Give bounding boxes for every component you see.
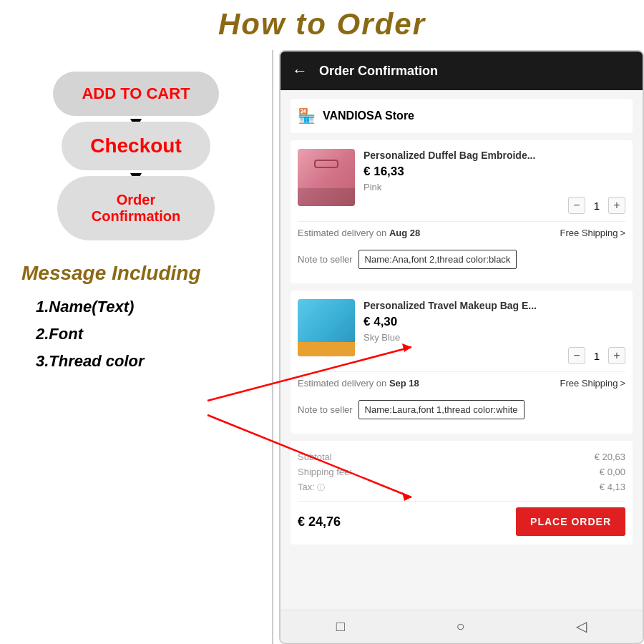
- nav-triangle-icon[interactable]: ◁: [576, 618, 587, 635]
- delivery-label-2: Estimated delivery on Sep 18: [298, 378, 419, 389]
- note-label-1: Note to seller: [298, 254, 353, 265]
- left-panel: ADD TO CART Checkout Order Confirmation …: [0, 50, 272, 644]
- product-image-2: [298, 299, 355, 356]
- message-section: Message Including 1.Name(Text) 2.Font 3.…: [0, 240, 272, 375]
- phone-header: ← Order Confirmation: [280, 52, 643, 90]
- qty-increase-1[interactable]: +: [608, 197, 625, 214]
- add-to-cart-label: ADD TO CART: [82, 84, 190, 102]
- back-button[interactable]: ←: [292, 62, 308, 80]
- shipping-label: Shipping fee:: [298, 467, 352, 477]
- qty-decrease-1[interactable]: −: [568, 197, 585, 214]
- tax-value: € 4,13: [600, 482, 625, 493]
- order-confirm-label-1: Order: [86, 192, 186, 208]
- nav-square-icon[interactable]: □: [336, 618, 345, 635]
- flow-diagram: ADD TO CART Checkout Order Confirmation: [0, 50, 272, 240]
- order-confirm-label-2: Confirmation: [86, 208, 186, 225]
- shipping-value: € 0,00: [600, 467, 625, 477]
- total-value: € 24,76: [298, 514, 341, 530]
- subtotal-row: Subtotal € 20,63: [298, 449, 625, 464]
- store-icon: 🏪: [298, 107, 316, 125]
- subtotal-value: € 20,63: [595, 452, 625, 462]
- product-image-1: [298, 149, 355, 206]
- message-item-1: 1.Name(Text): [21, 293, 272, 321]
- product-info-2: Personalized Travel Makeup Bag E... € 4,…: [364, 299, 625, 364]
- phone-screen: ← Order Confirmation 🏪 VANDIOSA Store Pe…: [279, 50, 644, 644]
- free-shipping-2[interactable]: Free Shipping >: [560, 378, 625, 389]
- total-row: € 24,76 PLACE ORDER: [298, 501, 625, 536]
- phone-content: 🏪 VANDIOSA Store Personalized Duffel Bag…: [280, 90, 643, 610]
- note-value-1[interactable]: Name:Ana,font 2,thread color:black: [358, 250, 517, 269]
- product-row-2: Personalized Travel Makeup Bag E... € 4,…: [298, 299, 625, 364]
- note-value-2[interactable]: Name:Laura,font 1,thread color:white: [358, 400, 525, 419]
- checkout-step[interactable]: Checkout: [62, 122, 210, 170]
- product-variant-1: Pink: [364, 182, 625, 192]
- qty-decrease-2[interactable]: −: [568, 347, 585, 364]
- note-label-2: Note to seller: [298, 404, 353, 415]
- add-to-cart-step[interactable]: ADD TO CART: [53, 72, 218, 116]
- product-name-2: Personalized Travel Makeup Bag E...: [364, 299, 625, 312]
- store-row: 🏪 VANDIOSA Store: [291, 99, 633, 133]
- order-confirmation-title: Order Confirmation: [319, 64, 438, 79]
- place-order-button[interactable]: PLACE ORDER: [516, 507, 625, 536]
- note-row-1: Note to seller Name:Ana,font 2,thread co…: [298, 244, 625, 275]
- checkout-label: Checkout: [90, 135, 182, 157]
- product-row-1: Personalized Duffel Bag Embroide... € 16…: [298, 149, 625, 214]
- message-title: Message Including: [21, 262, 272, 285]
- product-price-2: € 4,30: [364, 315, 625, 329]
- free-shipping-1[interactable]: Free Shipping >: [560, 228, 625, 238]
- delivery-date-1: Aug 28: [389, 228, 420, 238]
- product-price-1: € 16,33: [364, 165, 625, 179]
- nav-circle-icon[interactable]: ○: [456, 618, 464, 635]
- qty-increase-2[interactable]: +: [608, 347, 625, 364]
- summary-card: Subtotal € 20,63 Shipping fee: € 0,00 Ta…: [291, 441, 633, 545]
- product-variant-2: Sky Blue: [364, 332, 625, 343]
- subtotal-label: Subtotal: [298, 452, 332, 462]
- tax-label: Tax: ⓘ: [298, 482, 325, 493]
- order-confirm-step[interactable]: Order Confirmation: [57, 176, 215, 240]
- page-title: How to Order: [0, 0, 644, 49]
- delivery-row-1: Estimated delivery on Aug 28 Free Shippi…: [298, 221, 625, 244]
- phone-nav-bar: □ ○ ◁: [280, 610, 643, 642]
- store-name: VANDIOSA Store: [323, 109, 414, 122]
- panel-divider: [272, 50, 273, 644]
- product-name-1: Personalized Duffel Bag Embroide...: [364, 149, 625, 162]
- product-info-1: Personalized Duffel Bag Embroide... € 16…: [364, 149, 625, 214]
- shipping-row: Shipping fee: € 0,00: [298, 464, 625, 479]
- product-card-1: Personalized Duffel Bag Embroide... € 16…: [291, 140, 633, 283]
- tax-row: Tax: ⓘ € 4,13: [298, 479, 625, 495]
- qty-value-2: 1: [591, 350, 602, 362]
- product-card-2: Personalized Travel Makeup Bag E... € 4,…: [291, 291, 633, 434]
- delivery-date-2: Sep 18: [389, 378, 419, 389]
- message-item-3: 3.Thread color: [21, 348, 272, 375]
- qty-value-1: 1: [591, 200, 602, 212]
- note-row-2: Note to seller Name:Laura,font 1,thread …: [298, 394, 625, 425]
- delivery-row-2: Estimated delivery on Sep 18 Free Shippi…: [298, 371, 625, 394]
- delivery-label-1: Estimated delivery on Aug 28: [298, 228, 420, 238]
- quantity-row-2: − 1 +: [364, 347, 625, 364]
- message-item-2: 2.Font: [21, 321, 272, 348]
- quantity-row-1: − 1 +: [364, 197, 625, 214]
